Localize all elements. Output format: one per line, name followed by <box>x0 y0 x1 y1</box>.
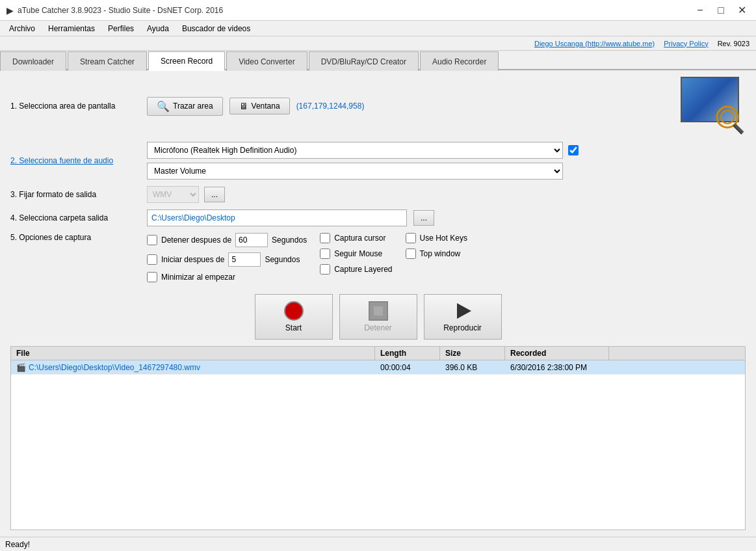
file-size-cell: 396.0 KB <box>440 360 505 374</box>
ventana-button[interactable]: 🖥 Ventana <box>229 98 290 114</box>
menu-perfiles[interactable]: Perfiles <box>101 23 140 34</box>
format-select[interactable]: WMV <box>147 186 199 203</box>
tabs-bar: Downloader Stream Catcher Screen Record … <box>0 51 756 70</box>
title-bar: ▶ aTube Catcher 3.8.9023 - Studio Suite … <box>0 0 756 21</box>
detener-label: Detener despues de <box>161 235 231 245</box>
maximize-button[interactable]: □ <box>713 3 729 18</box>
app-icon: ▶ <box>7 5 14 16</box>
menu-herramientas[interactable]: Herramientas <box>42 23 101 34</box>
step3-label: 3. Fijar formato de salida <box>10 190 140 199</box>
links-bar: Diego Uscanga (http://www.atube.me) Priv… <box>0 36 756 51</box>
magnifier-icon <box>713 103 746 135</box>
title-bar-left: ▶ aTube Catcher 3.8.9023 - Studio Suite … <box>7 5 223 16</box>
minimize-button[interactable]: − <box>692 3 708 18</box>
audio-source2-row: Master Volume <box>147 163 746 180</box>
table-row[interactable]: 🎬 C:\Users\Diego\Desktop\Video_146729748… <box>11 360 745 375</box>
menu-buscador[interactable]: Buscador de videos <box>176 23 257 34</box>
options-col-1: Detener despues de Segundos Iniciar desp… <box>147 233 307 282</box>
minimizar-option: Minimizar al empezar <box>147 272 307 282</box>
seguir-mouse-label: Seguir Mouse <box>334 249 382 258</box>
step5-row: 5. Opciones de captura Detener despues d… <box>10 233 746 282</box>
captura-cursor-checkbox[interactable] <box>320 233 330 243</box>
tab-audio-recorder[interactable]: Audio Recorder <box>420 51 499 71</box>
menu-ayuda[interactable]: Ayuda <box>140 23 176 34</box>
audio-source1-checkbox[interactable] <box>568 145 579 155</box>
audio-source1-select[interactable]: Micrófono (Realtek High Definition Audio… <box>147 142 563 159</box>
tab-stream-catcher[interactable]: Stream Catcher <box>68 51 147 71</box>
menu-archivo[interactable]: Archivo <box>3 23 42 34</box>
col-size-header: Size <box>440 347 505 360</box>
user-link[interactable]: Diego Uscanga (http://www.atube.me) <box>534 40 655 47</box>
close-button[interactable]: ✕ <box>734 3 749 18</box>
svg-point-1 <box>721 111 734 124</box>
format-browse-button[interactable]: ... <box>204 187 225 202</box>
iniciar-checkbox[interactable] <box>147 254 157 265</box>
ventana-icon: 🖥 <box>239 101 248 111</box>
format-section: WMV ... <box>147 186 225 203</box>
hotkeys-label: Use Hot Keys <box>420 234 467 243</box>
options-col-2: Captura cursor Seguir Mouse Capture Laye… <box>320 233 392 282</box>
path-browse-button[interactable]: ... <box>413 210 434 226</box>
start-button[interactable]: Start <box>255 294 333 340</box>
seguir-mouse-option: Seguir Mouse <box>320 249 392 259</box>
menu-bar: Archivo Herramientas Perfiles Ayuda Busc… <box>0 21 756 36</box>
coords-text: (167,179,1244,958) <box>296 101 365 111</box>
audio-source1-row: Micrófono (Realtek High Definition Audio… <box>147 142 746 159</box>
audio-controls: Micrófono (Realtek High Definition Audio… <box>147 142 746 180</box>
trazar-area-button[interactable]: 🔍 Trazar area <box>147 97 223 116</box>
detener-input[interactable] <box>235 233 268 247</box>
tab-downloader[interactable]: Downloader <box>0 51 66 71</box>
detener-checkbox[interactable] <box>147 235 157 245</box>
seguir-mouse-checkbox[interactable] <box>320 249 330 259</box>
capture-layered-label: Capture Layered <box>334 265 392 274</box>
step1-label: 1. Selecciona area de pantalla <box>10 101 140 111</box>
step2-label[interactable]: 2. Selecciona fuente de audio <box>10 156 140 165</box>
iniciar-option: Iniciar despues de Segundos <box>147 252 307 267</box>
app-title: aTube Catcher 3.8.9023 - Studio Suite - … <box>18 6 223 15</box>
step1-row: 1. Selecciona area de pantalla 🔍 Trazar … <box>10 77 746 135</box>
hotkeys-checkbox[interactable] <box>406 233 416 243</box>
tab-screen-record[interactable]: Screen Record <box>148 51 225 71</box>
tab-dvd-bluray[interactable]: DVD/BluRay/CD Creator <box>309 51 419 71</box>
file-path-cell: 🎬 C:\Users\Diego\Desktop\Video_146729748… <box>11 360 375 374</box>
file-recorded-cell: 6/30/2016 2:38:00 PM <box>505 360 609 374</box>
reproducir-label: Reproducir <box>443 323 482 332</box>
start-icon <box>284 301 304 321</box>
topwindow-checkbox[interactable] <box>406 249 416 259</box>
captura-cursor-option: Captura cursor <box>320 233 392 243</box>
preview-container <box>371 77 746 135</box>
captura-cursor-label: Captura cursor <box>334 234 385 243</box>
file-list-header: File Length Size Recorded <box>10 346 746 360</box>
step5-label: 5. Opciones de captura <box>10 233 140 242</box>
capture-layered-option: Capture Layered <box>320 264 392 275</box>
col-length-header: Length <box>375 347 440 360</box>
output-path-input[interactable] <box>147 209 407 226</box>
ventana-label: Ventana <box>252 101 280 111</box>
step3-row: 3. Fijar formato de salida WMV ... <box>10 186 746 203</box>
stop-square <box>374 306 383 316</box>
file-icon: 🎬 <box>16 363 26 372</box>
rev-text: Rev. 9023 <box>718 40 749 47</box>
privacy-link[interactable]: Privacy Policy <box>664 40 708 47</box>
status-bar: Ready! <box>0 537 756 551</box>
col-file-header: File <box>11 347 375 360</box>
detener-option: Detener despues de Segundos <box>147 233 307 247</box>
reproducir-button[interactable]: Reproducir <box>424 294 502 340</box>
audio-source2-select[interactable]: Master Volume <box>147 163 563 180</box>
tab-video-converter[interactable]: Video Converter <box>226 51 307 71</box>
options-grid: Detener despues de Segundos Iniciar desp… <box>147 233 746 282</box>
detener-button[interactable]: Detener <box>339 294 417 340</box>
minimizar-checkbox[interactable] <box>147 272 157 282</box>
title-bar-controls: − □ ✕ <box>692 3 749 18</box>
start-label: Start <box>285 323 302 332</box>
options-col-3: Use Hot Keys Top window <box>406 233 467 282</box>
record-buttons: Start Detener Reproducir <box>10 294 746 340</box>
iniciar-input[interactable] <box>228 252 261 267</box>
minimizar-label: Minimizar al empezar <box>161 273 235 282</box>
preview-area <box>674 77 746 135</box>
iniciar-label: Iniciar despues de <box>161 255 224 264</box>
stop-icon <box>369 301 388 321</box>
topwindow-option: Top window <box>406 249 467 259</box>
capture-layered-checkbox[interactable] <box>320 264 330 275</box>
file-length-cell: 00:00:04 <box>375 360 440 374</box>
